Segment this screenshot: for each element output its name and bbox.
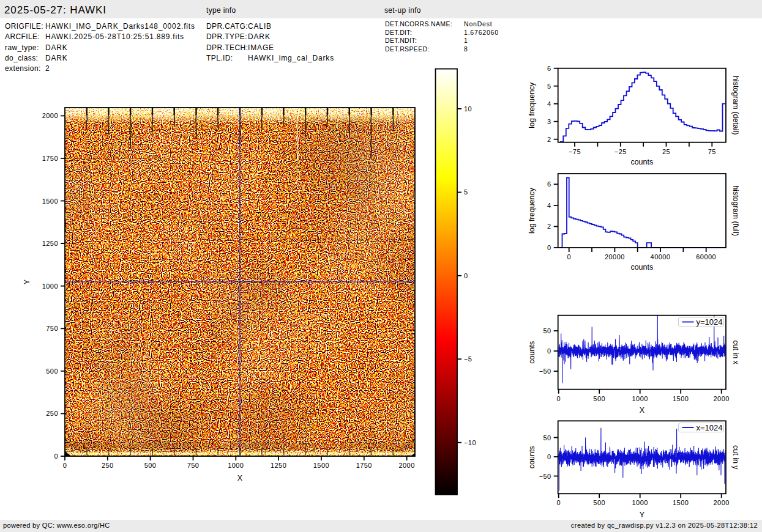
svg-text:cut in x: cut in x [731,340,740,364]
svg-text:1000: 1000 [632,499,648,506]
svg-text:log frequency: log frequency [528,82,536,128]
svg-text:histogram (detail): histogram (detail) [731,76,740,135]
svg-text:counts: counts [630,263,653,272]
svg-text:2: 2 [547,223,551,230]
svg-text:1250: 1250 [42,240,58,247]
svg-text:1500: 1500 [313,462,329,469]
svg-text:5: 5 [547,83,551,90]
svg-text:25: 25 [662,148,670,155]
svg-text:50: 50 [543,327,551,334]
svg-text:4: 4 [547,100,551,108]
svg-text:500: 500 [46,368,58,375]
svg-text:Y: Y [23,279,31,284]
svg-text:x=1024: x=1024 [697,423,723,432]
svg-text:2000: 2000 [398,462,414,469]
svg-text:Y: Y [640,511,645,519]
svg-text:750: 750 [46,325,58,332]
svg-text:6: 6 [547,65,551,72]
svg-text:5: 5 [464,188,468,196]
svg-text:6: 6 [547,180,551,188]
svg-text:1250: 1250 [271,462,286,469]
svg-text:−50: −50 [539,473,551,480]
svg-text:log frequency: log frequency [528,187,536,234]
svg-text:X: X [640,406,645,415]
svg-text:1000: 1000 [42,283,58,290]
svg-text:0: 0 [54,453,58,460]
svg-text:0: 0 [547,347,551,355]
svg-text:−25: −25 [614,148,627,155]
svg-text:−5: −5 [464,355,472,363]
svg-text:y=1024: y=1024 [697,317,723,327]
svg-text:−75: −75 [569,148,581,155]
svg-text:20000: 20000 [605,253,625,260]
svg-text:4: 4 [547,202,551,209]
svg-text:1750: 1750 [356,462,372,469]
svg-text:2: 2 [547,136,551,143]
svg-text:500: 500 [593,395,605,402]
svg-text:1750: 1750 [42,155,58,162]
svg-text:10: 10 [464,105,472,113]
svg-text:0: 0 [556,499,561,506]
svg-text:−10: −10 [464,439,476,446]
svg-text:2000: 2000 [42,112,58,119]
svg-text:0: 0 [63,462,67,469]
svg-text:1000: 1000 [632,395,648,402]
svg-text:X: X [237,474,243,482]
svg-text:3: 3 [547,118,551,125]
svg-text:0: 0 [464,272,468,279]
svg-text:histogram (full): histogram (full) [731,185,740,236]
svg-text:250: 250 [102,462,114,469]
svg-text:50: 50 [543,434,551,441]
svg-text:1500: 1500 [673,395,689,402]
svg-text:2000: 2000 [714,395,730,402]
svg-text:500: 500 [593,499,605,506]
svg-text:500: 500 [144,462,157,469]
svg-text:−50: −50 [539,368,551,375]
svg-text:counts: counts [528,446,536,468]
svg-text:counts: counts [528,341,536,364]
svg-text:0: 0 [567,253,571,260]
svg-text:1500: 1500 [42,198,58,205]
svg-text:counts: counts [630,158,653,166]
svg-text:2000: 2000 [714,499,730,506]
svg-text:cut in y: cut in y [731,445,740,470]
svg-text:750: 750 [187,462,200,469]
svg-text:0: 0 [547,453,551,460]
svg-text:250: 250 [46,410,58,417]
svg-text:60000: 60000 [696,253,716,260]
svg-text:75: 75 [708,148,716,155]
svg-text:1500: 1500 [673,499,689,506]
svg-text:40000: 40000 [651,253,671,260]
svg-text:0: 0 [547,244,551,251]
svg-text:0: 0 [556,395,561,402]
svg-text:1000: 1000 [228,462,244,469]
